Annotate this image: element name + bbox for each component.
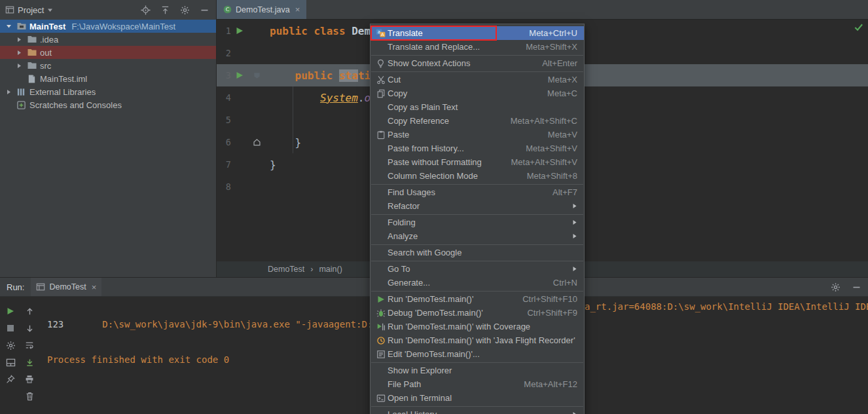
method-marker-icon xyxy=(253,71,261,80)
run-line-icon[interactable] xyxy=(236,27,244,35)
breadcrumb-class[interactable]: DemoTest xyxy=(268,265,304,274)
project-panel-header: Project xyxy=(0,0,216,20)
menu-item-run-demotest-main[interactable]: Run 'DemoTest.main()'Ctrl+Shift+F10 xyxy=(371,292,584,306)
menu-item-translate[interactable]: aATranslateMeta+Ctrl+U xyxy=(371,26,584,40)
menu-item-cut[interactable]: CutMeta+X xyxy=(371,73,584,86)
menu-item-paste-from-history[interactable]: Paste from History...Meta+Shift+V xyxy=(371,141,584,155)
up-stack-trace-button[interactable] xyxy=(24,305,35,317)
chevron-right-icon[interactable] xyxy=(14,37,24,43)
tree-item-external-libraries[interactable]: External Libraries xyxy=(0,85,216,98)
restore-layout-button[interactable] xyxy=(5,356,16,368)
menu-item-copy-reference[interactable]: Copy ReferenceMeta+Alt+Shift+C xyxy=(371,114,584,128)
editor-tab-demotest[interactable]: C DemoTest.java × xyxy=(217,0,306,19)
menu-item-file-path[interactable]: File PathMeta+Alt+F12 xyxy=(371,377,584,391)
project-view-title[interactable]: Project xyxy=(18,5,44,15)
menu-shortcut: Meta+Alt+F12 xyxy=(524,379,577,389)
submenu-arrow-icon xyxy=(571,266,577,272)
chevron-right-icon[interactable] xyxy=(14,63,24,69)
menu-item-column-selection-mode[interactable]: Column Selection ModeMeta+Shift+8 xyxy=(371,169,584,183)
menu-item-refactor[interactable]: Refactor xyxy=(371,199,584,213)
tree-item-out[interactable]: out xyxy=(0,46,216,59)
gutter: 2 xyxy=(217,42,268,64)
menu-item-local-history[interactable]: Local History xyxy=(371,407,584,414)
tree-item-scratches-and-consoles[interactable]: Scratches and Consoles xyxy=(0,98,216,111)
submenu-arrow-icon xyxy=(571,233,577,239)
menu-item-paste[interactable]: PasteMeta+V xyxy=(371,128,584,141)
line-number: 5 xyxy=(217,115,231,125)
menu-item-label: Copy xyxy=(388,88,537,98)
project-view-icon xyxy=(5,5,14,14)
close-icon[interactable]: × xyxy=(92,282,97,292)
library-icon xyxy=(16,87,27,97)
menu-item-label: Run 'DemoTest.main()' with Coverage xyxy=(388,322,577,331)
menu-item-generate[interactable]: Generate...Ctrl+N xyxy=(371,276,584,290)
menu-item-label: Local History xyxy=(388,409,561,414)
gutter: 6 xyxy=(217,131,268,153)
run-settings-button[interactable] xyxy=(5,339,16,351)
menu-shortcut: Meta+Shift+X xyxy=(526,42,577,52)
inspection-ok-icon[interactable] xyxy=(854,22,863,32)
menu-item-copy[interactable]: CopyMeta+C xyxy=(371,86,584,100)
menu-item-go-to[interactable]: Go To xyxy=(371,262,584,276)
tree-item-label: External Libraries xyxy=(29,87,96,97)
menu-item-show-context-actions[interactable]: Show Context ActionsAlt+Enter xyxy=(371,56,584,70)
tree-item-maintest-iml[interactable]: MainTest.iml xyxy=(0,72,216,85)
collapse-all-button[interactable] xyxy=(160,5,170,15)
menu-item-find-usages[interactable]: Find UsagesAlt+F7 xyxy=(371,185,584,199)
breadcrumb-separator: › xyxy=(310,265,313,274)
settings-button[interactable] xyxy=(179,5,190,15)
chevron-down-icon[interactable] xyxy=(47,7,53,13)
print-button[interactable] xyxy=(24,373,35,385)
menu-shortcut: Meta+V xyxy=(548,130,577,140)
menu-item-label: Open in Terminal xyxy=(388,393,577,403)
menu-item-label: Paste without Formatting xyxy=(388,157,500,167)
chevron-right-icon[interactable] xyxy=(4,89,13,95)
menu-item-search-with-google[interactable]: Search with Google xyxy=(371,246,584,259)
menu-item-copy-as-plain-text[interactable]: Copy as Plain Text xyxy=(371,100,584,114)
stop-button[interactable] xyxy=(5,322,16,334)
gutter-slot xyxy=(248,138,265,147)
run-line-icon[interactable] xyxy=(236,71,244,79)
menu-item-edit-demotest-main[interactable]: Edit 'DemoTest.main()'... xyxy=(371,347,584,361)
menu-item-show-in-explorer[interactable]: Show in Explorer xyxy=(371,364,584,377)
scroll-to-end-button[interactable] xyxy=(24,356,35,368)
console-settings-button[interactable] xyxy=(830,282,841,292)
down-stack-trace-button[interactable] xyxy=(24,322,35,334)
scope-marker-icon xyxy=(253,138,261,147)
tree-item-maintest[interactable]: MainTest F:\JavaWokspace\MainTest xyxy=(0,20,216,33)
chevron-down-icon[interactable] xyxy=(4,24,13,29)
menu-item-run-demotest-main-with-java-flight-recorder[interactable]: Run 'DemoTest.main()' with 'Java Flight … xyxy=(371,333,584,347)
menu-item-paste-without-formatting[interactable]: Paste without FormattingMeta+Alt+Shift+V xyxy=(371,155,584,169)
rerun-button[interactable] xyxy=(5,305,16,317)
tree-item-idea[interactable]: .idea xyxy=(0,33,216,46)
gutter: 1 xyxy=(217,20,268,42)
hide-panel-button[interactable] xyxy=(199,5,209,15)
menu-item-translate-and-replace[interactable]: Translate and Replace...Meta+Shift+X xyxy=(371,40,584,54)
line-number: 8 xyxy=(217,181,231,192)
hide-panel-button[interactable] xyxy=(851,282,861,292)
console-command-right: a_rt.jar=64088:D:\sw_work\IntelliJ IDEA\… xyxy=(585,298,868,316)
soft-wrap-button[interactable] xyxy=(24,339,35,351)
run-tab-demotest[interactable]: DemoTest × xyxy=(31,278,101,296)
menu-shortcut: Meta+Alt+Shift+C xyxy=(511,116,577,126)
folder-icon xyxy=(26,47,37,58)
chevron-right-icon[interactable] xyxy=(14,50,24,56)
tree-item-src[interactable]: src xyxy=(0,59,216,72)
breadcrumb-method[interactable]: main() xyxy=(319,265,342,274)
menu-shortcut: Ctrl+N xyxy=(553,278,577,288)
menu-item-label: Find Usages xyxy=(388,187,542,197)
select-opened-file-button[interactable] xyxy=(140,5,151,15)
menu-item-label: Cut xyxy=(388,75,537,85)
pin-tab-button[interactable] xyxy=(5,373,16,385)
menu-item-open-in-terminal[interactable]: Open in Terminal xyxy=(371,391,584,405)
menu-item-debug-demotest-main[interactable]: Debug 'DemoTest.main()'Ctrl+Shift+F9 xyxy=(371,306,584,320)
run-icon xyxy=(374,295,388,303)
close-icon[interactable]: × xyxy=(295,5,300,14)
menu-item-folding[interactable]: Folding xyxy=(371,216,584,229)
line-number: 6 xyxy=(217,137,231,147)
clear-all-button[interactable] xyxy=(24,390,35,402)
menu-item-analyze[interactable]: Analyze xyxy=(371,229,584,243)
menu-shortcut: Meta+X xyxy=(548,75,577,85)
gutter: 3 xyxy=(217,64,268,86)
menu-item-run-demotest-main-with-coverage[interactable]: Run 'DemoTest.main()' with Coverage xyxy=(371,320,584,333)
